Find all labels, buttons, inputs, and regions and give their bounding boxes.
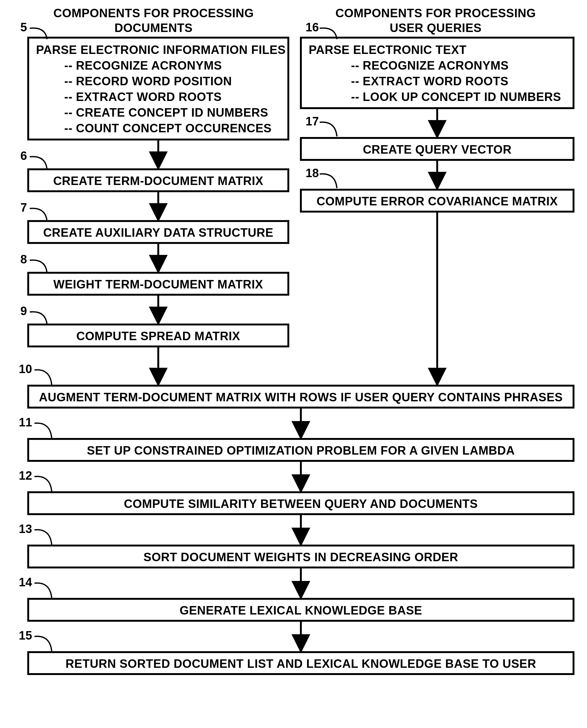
ref-5: 5 xyxy=(20,21,27,34)
ref-17: 17 xyxy=(306,115,319,128)
box-5-title: PARSE ELECTRONIC INFORMATION FILES xyxy=(36,43,286,56)
left-column-title-1: COMPONENTS FOR PROCESSING xyxy=(53,6,254,20)
box-5-item-1: -- RECORD WORD POSITION xyxy=(64,75,232,88)
box-14-text: GENERATE LEXICAL KNOWLEDGE BASE xyxy=(180,604,422,617)
box-5-item-0: -- RECOGNIZE ACRONYMS xyxy=(64,59,222,72)
box-16-item-0: -- RECOGNIZE ACRONYMS xyxy=(351,59,509,72)
ref-14: 14 xyxy=(19,576,32,589)
box-16-title: PARSE ELECTRONIC TEXT xyxy=(309,43,467,56)
box-16-item-2: -- LOOK UP CONCEPT ID NUMBERS xyxy=(351,90,561,104)
ref-15: 15 xyxy=(19,629,32,642)
box-18-text: COMPUTE ERROR COVARIANCE MATRIX xyxy=(316,195,558,208)
box-10-text: AUGMENT TERM-DOCUMENT MATRIX WITH ROWS I… xyxy=(39,391,563,404)
right-column-title-2: USER QUERIES xyxy=(390,21,482,35)
right-column-title-1: COMPONENTS FOR PROCESSING xyxy=(335,6,536,20)
box-12-text: COMPUTE SIMILARITY BETWEEN QUERY AND DOC… xyxy=(124,497,478,510)
left-column-title-2: DOCUMENTS xyxy=(114,21,192,35)
flowchart-root: COMPONENTS FOR PROCESSING DOCUMENTS COMP… xyxy=(0,0,587,728)
box-11-text: SET UP CONSTRAINED OPTIMIZATION PROBLEM … xyxy=(87,444,515,457)
box-9-text: COMPUTE SPREAD MATRIX xyxy=(76,329,240,343)
box-5-item-3: -- CREATE CONCEPT ID NUMBERS xyxy=(64,106,268,119)
ref-12: 12 xyxy=(19,469,32,482)
box-15-text: RETURN SORTED DOCUMENT LIST AND LEXICAL … xyxy=(66,657,536,670)
box-16-item-1: -- EXTRACT WORD ROOTS xyxy=(351,75,508,88)
box-6-text: CREATE TERM-DOCUMENT MATRIX xyxy=(53,174,263,187)
box-8-text: WEIGHT TERM-DOCUMENT MATRIX xyxy=(53,278,263,291)
box-7-text: CREATE AUXILIARY DATA STRUCTURE xyxy=(43,226,274,239)
ref-8: 8 xyxy=(20,253,27,266)
ref-11: 11 xyxy=(19,416,32,429)
ref-16: 16 xyxy=(306,21,319,34)
box-5-item-2: -- EXTRACT WORD ROOTS xyxy=(64,90,221,104)
box-5-item-4: -- COUNT CONCEPT OCCURENCES xyxy=(64,122,272,135)
box-13-text: SORT DOCUMENT WEIGHTS IN DECREASING ORDE… xyxy=(143,550,458,564)
ref-18: 18 xyxy=(306,166,319,180)
ref-13: 13 xyxy=(19,522,32,536)
box-17-text: CREATE QUERY VECTOR xyxy=(363,143,512,156)
ref-10: 10 xyxy=(19,362,32,376)
ref-9: 9 xyxy=(20,304,27,318)
ref-6: 6 xyxy=(20,149,27,162)
ref-7: 7 xyxy=(20,201,27,214)
